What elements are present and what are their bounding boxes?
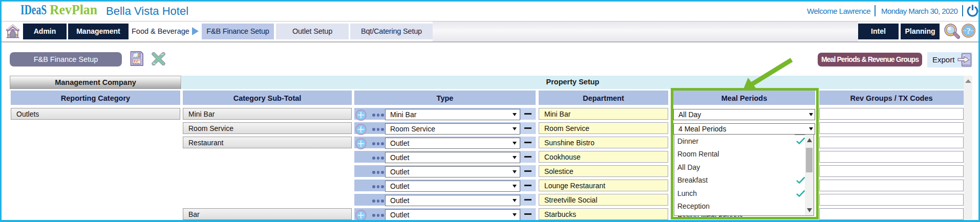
svg-text:?: ? (966, 26, 971, 36)
